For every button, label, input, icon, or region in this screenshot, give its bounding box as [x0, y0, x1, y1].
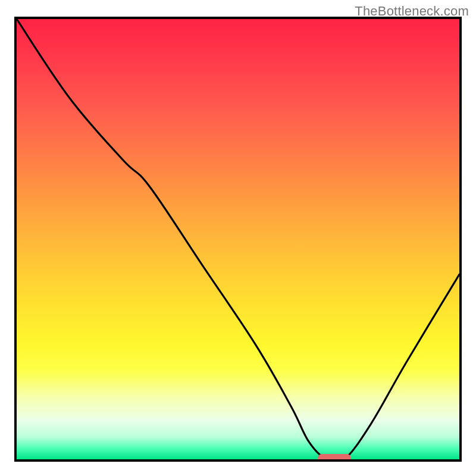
plot-area	[14, 17, 462, 462]
bottleneck-curve	[17, 19, 459, 459]
watermark-text: TheBottleneck.com	[355, 4, 469, 19]
optimum-marker	[318, 454, 351, 462]
chart-container: TheBottleneck.com	[0, 0, 476, 476]
curve-path	[17, 19, 459, 459]
